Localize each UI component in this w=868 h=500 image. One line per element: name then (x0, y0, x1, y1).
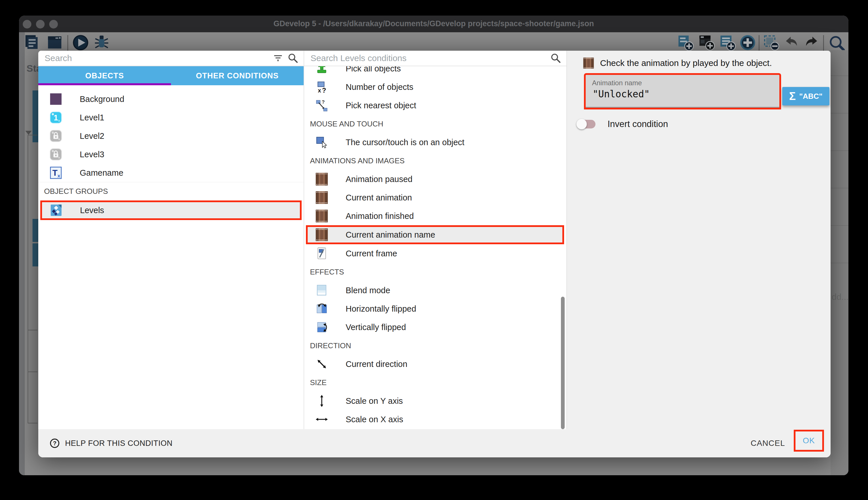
condition-item-animation-finished[interactable]: Animation finished (304, 207, 566, 225)
dialog-footer: ? HELP FOR THIS CONDITION CANCEL OK (38, 429, 831, 457)
condition-item-current-animation-name[interactable]: Current animation name (306, 225, 564, 244)
group-item-levels[interactable]: Levels (40, 201, 302, 220)
row-divider (831, 225, 848, 226)
add-circle-icon[interactable] (739, 34, 756, 51)
background-tree-line (28, 135, 37, 135)
film-strip-icon (315, 172, 328, 186)
invert-condition-row: Invert condition (578, 119, 668, 129)
animation-name-input[interactable] (592, 88, 773, 100)
object-item-level3[interactable]: Level3 (38, 145, 304, 163)
object-item-level1[interactable]: 1 Level1 (38, 108, 304, 127)
project-manager-icon[interactable] (24, 34, 41, 51)
add-event-icon[interactable] (698, 34, 715, 51)
condition-item-blend-mode[interactable]: Blend mode (304, 281, 566, 299)
object-groups-header: OBJECT GROUPS (38, 182, 304, 201)
objects-search-input[interactable] (44, 53, 269, 64)
expression-builder-button[interactable]: Σ "ABC" (782, 87, 830, 105)
add-object-icon[interactable] (677, 34, 694, 51)
conditions-search-input[interactable] (310, 53, 547, 64)
condition-editor-dialog: OBJECTS OTHER CONDITIONS Background 1 Le… (38, 51, 831, 457)
objects-panel: OBJECTS OTHER CONDITIONS Background 1 Le… (38, 51, 304, 429)
film-strip-icon (315, 191, 328, 204)
conditions-panel: Pick all objects x? Number of objects ? … (304, 51, 566, 429)
film-strip-icon (315, 228, 328, 241)
background-tree-arrow (25, 131, 32, 135)
objects-list: Background 1 Level1 Level2 Level3 (38, 86, 304, 429)
truncated-add-text: dd... (832, 292, 848, 302)
row-divider (831, 188, 848, 189)
conditions-search-row (304, 51, 566, 66)
object-item-level2[interactable]: Level2 (38, 127, 304, 145)
section-header-direction: DIRECTION (304, 337, 566, 355)
active-tab-underline (38, 83, 171, 85)
background-tree-line (28, 423, 37, 423)
debug-icon[interactable] (93, 34, 110, 51)
redo-icon[interactable] (803, 34, 820, 51)
tab-other-conditions[interactable]: OTHER CONDITIONS (171, 66, 304, 85)
lock-button-icon (49, 148, 62, 161)
background-object-icon (49, 92, 62, 106)
svg-text:x: x (318, 87, 321, 94)
objects-search-row (38, 51, 304, 66)
object-item-gamename[interactable]: Tx Gamename (38, 163, 304, 182)
condition-item-horizontally-flipped[interactable]: Horizontally flipped (304, 299, 566, 318)
tab-objects[interactable]: OBJECTS (38, 66, 171, 85)
section-header-effects: EFFECTS (304, 263, 566, 281)
scrollbar-thumb[interactable] (561, 297, 565, 429)
condition-item-pick-nearest[interactable]: ? Pick nearest object (304, 96, 566, 115)
film-strip-icon (315, 209, 328, 223)
vertical-flip-icon (315, 320, 328, 334)
condition-item-vertically-flipped[interactable]: Vertically flipped (304, 318, 566, 337)
object-group-icon (49, 204, 63, 217)
help-link[interactable]: ? HELP FOR THIS CONDITION (49, 429, 173, 457)
vertical-arrows-icon (315, 394, 328, 408)
window-edge (19, 32, 25, 475)
condition-description-row: Check the animation by played by the obj… (583, 57, 772, 69)
toggle-knob (576, 119, 587, 129)
titlebar: GDevelop 5 - /Users/dkarakay/Documents/G… (19, 15, 848, 32)
play-preview-icon[interactable] (72, 34, 89, 51)
row-divider (831, 76, 848, 76)
filter-icon[interactable] (272, 52, 284, 64)
search-events-icon[interactable] (828, 34, 846, 53)
condition-item-pick-all-objects[interactable]: Pick all objects (304, 66, 566, 78)
svg-text:?: ? (322, 99, 325, 105)
ok-button[interactable]: OK (794, 430, 824, 452)
current-frame-icon (315, 247, 328, 260)
condition-item-current-animation[interactable]: Current animation (304, 189, 566, 207)
invert-condition-toggle[interactable] (578, 119, 596, 129)
condition-item-cursor-on-object[interactable]: The cursor/touch is on an object (304, 133, 566, 151)
add-comment-icon[interactable] (719, 34, 736, 51)
horizontal-arrows-icon (315, 413, 328, 426)
object-item-background[interactable]: Background (38, 90, 304, 108)
condition-item-current-frame[interactable]: Current frame (304, 244, 566, 263)
toolbar-divider (67, 35, 68, 51)
remove-selection-icon[interactable] (763, 34, 780, 51)
svg-text:x: x (58, 173, 60, 179)
sigma-icon: Σ (789, 90, 796, 103)
condition-item-animation-paused[interactable]: Animation paused (304, 170, 566, 189)
conditions-list: Pick all objects x? Number of objects ? … (304, 66, 566, 429)
search-icon (550, 52, 562, 64)
background-tree-line (28, 330, 37, 330)
blend-mode-icon (315, 284, 328, 297)
gdevelop-window: GDevelop 5 - /Users/dkarakay/Documents/G… (19, 15, 848, 475)
level1-button-icon: 1 (49, 111, 62, 124)
condition-item-current-direction[interactable]: Current direction (304, 355, 566, 373)
pick-all-icon (315, 66, 328, 75)
background-tree-line (28, 135, 28, 423)
undo-icon[interactable] (783, 34, 800, 51)
background-events-panel: dd... (831, 50, 848, 475)
help-circle-icon: ? (49, 438, 60, 449)
animation-name-field[interactable]: Animation name (584, 73, 781, 110)
animation-name-label: Animation name (592, 79, 773, 87)
background-tree-line (28, 372, 37, 372)
cancel-button[interactable]: CANCEL (743, 429, 792, 457)
open-window-icon[interactable] (46, 34, 63, 51)
section-header-mouse-touch: MOUSE AND TOUCH (304, 115, 566, 133)
condition-description: Check the animation by played by the obj… (600, 58, 772, 68)
condition-item-scale-x[interactable]: Scale on X axis (304, 410, 566, 429)
condition-item-number-of-objects[interactable]: x? Number of objects (304, 78, 566, 96)
pick-nearest-icon: ? (315, 99, 328, 112)
condition-item-scale-y[interactable]: Scale on Y axis (304, 392, 566, 410)
